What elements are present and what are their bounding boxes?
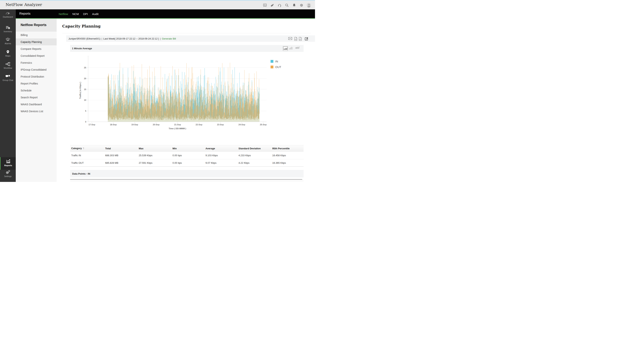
- data-points-title: Data Points - IN: [72, 172, 90, 175]
- cell-total: 688.303 MB: [104, 154, 138, 157]
- email-report-icon[interactable]: [288, 37, 292, 40]
- edit-report-icon[interactable]: [305, 37, 309, 40]
- legend-item-in[interactable]: IN: [270, 60, 278, 63]
- sidebar-item-group-chat[interactable]: Group Chat: [0, 74, 16, 85]
- left-nav-rail: Dashboard Inventory Alarms Maps Workflow…: [0, 9, 16, 182]
- cell-max: 27.591 Kbps: [138, 161, 172, 164]
- support-headset-icon[interactable]: [278, 3, 282, 7]
- subnav-item-search-report[interactable]: Search Report: [16, 94, 56, 101]
- column-header-average[interactable]: Average: [204, 147, 238, 150]
- svg-text:25: 25: [84, 66, 86, 69]
- sidebar-label: Workflow: [0, 67, 16, 69]
- svg-text:15: 15: [84, 88, 86, 90]
- svg-text:Traffic( in Kbps ): Traffic( in Kbps ): [79, 82, 82, 99]
- subnav-item-schedule[interactable]: Schedule: [16, 87, 56, 94]
- settings-gear-icon[interactable]: [300, 3, 304, 7]
- subnav-item-forensics[interactable]: Forensics: [16, 59, 56, 66]
- svg-text:24-Sep: 24-Sep: [238, 123, 245, 126]
- table-header-row: Category Total Max Min Average Standard …: [70, 145, 304, 152]
- sidebar-item-workflow[interactable]: Workflow: [0, 62, 16, 73]
- column-header-std-dev[interactable]: Standard Deviation: [238, 147, 271, 150]
- subnav-item-protocol-distribution[interactable]: Protocol Distribution: [16, 73, 56, 80]
- out-series-swatch: [270, 65, 274, 68]
- svg-text:10: 10: [84, 99, 86, 101]
- tab-ncm[interactable]: NCM: [72, 12, 79, 15]
- map-pin-icon: [6, 50, 10, 54]
- column-header-95th-percentile[interactable]: 95th Percentile: [271, 147, 304, 150]
- page-title: Capacity Planning: [62, 24, 100, 28]
- reports-header-bar: Reports Netflow NCM DPI Audit: [16, 9, 315, 19]
- svg-text:23-Sep: 23-Sep: [217, 123, 224, 126]
- sidebar-label: Dashboard: [0, 16, 16, 18]
- column-header-max[interactable]: Max: [138, 147, 172, 150]
- main-content: Capacity Planning JuniperSRX550 (Etherne…: [56, 19, 315, 182]
- tab-audit[interactable]: Audit: [92, 12, 98, 15]
- sidebar-item-inventory[interactable]: Inventory: [0, 25, 16, 36]
- subnav-item-billing[interactable]: Billing: [16, 31, 56, 38]
- time-range: Last Week[ 2018-09-17 22:12 -- 2018-09-2…: [103, 37, 159, 40]
- legend-label-in: IN: [275, 60, 278, 63]
- subnav-item-compare-reports[interactable]: Compare Reports: [16, 45, 56, 52]
- column-header-total[interactable]: Total: [104, 147, 138, 150]
- chart-panel-header: 1 Minute Average: [70, 45, 304, 52]
- report-tabs: Netflow NCM DPI Audit: [59, 12, 98, 15]
- cell-category: Traffic IN: [70, 154, 104, 157]
- subnav-item-capacity-planning[interactable]: Capacity Planning: [16, 38, 56, 45]
- inventory-icon: [6, 25, 10, 29]
- sidebar-item-dashboard[interactable]: Dashboard: [0, 11, 16, 22]
- separator: |: [160, 37, 161, 40]
- netflow-analyzer-app: NetFlow Analyzer: [0, 0, 315, 182]
- next-section-strip: [70, 180, 304, 182]
- svg-text:CSV: CSV: [299, 39, 301, 40]
- svg-text:Time ( DD-MMM ): Time ( DD-MMM ): [168, 127, 186, 130]
- cell-max: 25.539 Kbps: [138, 154, 172, 157]
- separator: |: [102, 37, 102, 40]
- presentation-play-icon[interactable]: [263, 3, 267, 7]
- area-chart-view-icon[interactable]: [283, 46, 288, 51]
- sidebar-item-settings[interactable]: Settings: [0, 170, 16, 181]
- device-interface: JuniperSRX550 (Ethernet0/1): [68, 37, 100, 40]
- column-header-category[interactable]: Category: [70, 147, 104, 150]
- legend-label-out: OUT: [275, 65, 281, 68]
- rocket-icon[interactable]: [270, 3, 274, 7]
- alarm-bell-icon: [5, 37, 11, 41]
- table-row-traffic-out: Traffic OUT 685.828 MB 27.591 Kbps 0.00 …: [70, 159, 304, 167]
- tab-netflow[interactable]: Netflow: [59, 12, 68, 15]
- cell-95th-percentile: 16.458 Kbps: [271, 154, 304, 157]
- subnav-item-waas-devices-list[interactable]: WAAS Devices List: [16, 108, 56, 115]
- cell-category: Traffic OUT: [70, 161, 104, 164]
- cell-average: 9.07 Kbps: [204, 161, 238, 164]
- settings-gears-icon: [6, 170, 10, 174]
- search-icon[interactable]: [285, 3, 289, 7]
- in-series-swatch: [270, 60, 274, 63]
- sidebar-item-reports[interactable]: Reports: [0, 157, 16, 170]
- notifications-bell-icon[interactable]: [292, 3, 296, 7]
- subnav-item-report-profiles[interactable]: Report Profiles: [16, 80, 56, 87]
- generate-bill-link[interactable]: Generate Bill: [162, 37, 176, 40]
- csv-export-icon[interactable]: CSV: [299, 37, 303, 40]
- subnav-item-ipgroup-consolidated[interactable]: IPGroup Consolidated: [16, 66, 56, 73]
- chart-title: 1 Minute Average: [72, 47, 92, 50]
- cell-average: 9.103 Kbps: [204, 154, 238, 157]
- svg-text:20-Sep: 20-Sep: [153, 123, 160, 126]
- line-chart-view-icon[interactable]: [295, 46, 300, 50]
- svg-text:22-Sep: 22-Sep: [196, 123, 202, 126]
- bar-chart-view-icon[interactable]: [289, 46, 293, 50]
- tab-dpi[interactable]: DPI: [83, 12, 88, 15]
- top-bar: NetFlow Analyzer: [0, 0, 315, 9]
- column-header-min[interactable]: Min: [172, 147, 204, 150]
- svg-text:PDF: PDF: [295, 39, 297, 40]
- user-avatar[interactable]: [307, 3, 311, 7]
- subnav-item-waas-dashboard[interactable]: WAAS Dashboard: [16, 101, 56, 108]
- pdf-export-icon[interactable]: PDF: [294, 37, 298, 40]
- sidebar-item-alarms[interactable]: Alarms: [0, 37, 16, 48]
- traffic-area-chart: 051015202517-Sep18-Sep19-Sep20-Sep21-Sep…: [70, 53, 278, 131]
- netflow-reports-panel: Netflow Reports Billing Capacity Plannin…: [16, 19, 56, 182]
- legend-item-out[interactable]: OUT: [270, 65, 281, 68]
- avatar: [307, 3, 311, 7]
- sidebar-label: Inventory: [0, 30, 16, 32]
- data-points-in-header: Data Points - IN: [70, 170, 304, 177]
- subnav-item-consolidated-report[interactable]: Consolidated Report: [16, 52, 56, 59]
- sidebar-item-maps[interactable]: Maps: [0, 50, 16, 61]
- cell-std-dev: 4.233 Kbps: [238, 154, 271, 157]
